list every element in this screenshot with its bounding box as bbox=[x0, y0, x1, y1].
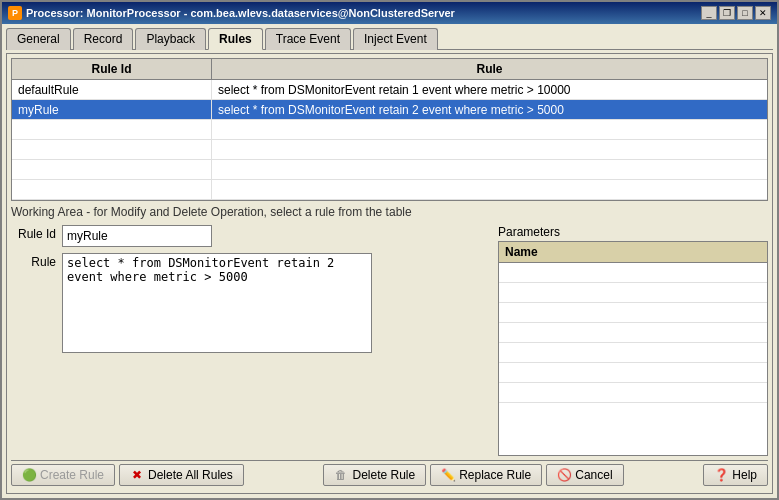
params-row bbox=[499, 343, 767, 363]
table-row[interactable] bbox=[12, 140, 767, 160]
rule-id-row: Rule Id bbox=[11, 225, 490, 247]
delete-rule-icon: 🗑 bbox=[334, 468, 348, 482]
tab-trace-event[interactable]: Trace Event bbox=[265, 28, 351, 50]
column-rule: Rule bbox=[212, 59, 767, 79]
rule-id-input[interactable] bbox=[62, 225, 212, 247]
title-bar: P Processor: MonitorProcessor - com.bea.… bbox=[2, 2, 777, 24]
tab-bar: General Record Playback Rules Trace Even… bbox=[6, 28, 773, 50]
table-row[interactable]: myRule select * from DSMonitorEvent reta… bbox=[12, 100, 767, 120]
cell-rule-id: defaultRule bbox=[12, 80, 212, 99]
tab-playback[interactable]: Playback bbox=[135, 28, 206, 50]
button-group-center: 🗑 Delete Rule ✏️ Replace Rule 🚫 Cancel bbox=[323, 464, 623, 486]
table-body: defaultRule select * from DSMonitorEvent… bbox=[12, 80, 767, 200]
params-row bbox=[499, 323, 767, 343]
params-column-name: Name bbox=[499, 242, 767, 263]
parameters-table: Name bbox=[498, 241, 768, 456]
cell-rule bbox=[212, 180, 767, 199]
help-icon: ❓ bbox=[714, 468, 728, 482]
rule-textarea[interactable]: select * from DSMonitorEvent retain 2 ev… bbox=[62, 253, 372, 353]
parameters-label: Parameters bbox=[498, 225, 768, 239]
minimize-button[interactable]: _ bbox=[701, 6, 717, 20]
create-rule-icon: 🟢 bbox=[22, 468, 36, 482]
tab-inject-event[interactable]: Inject Event bbox=[353, 28, 438, 50]
restore-button[interactable]: ❐ bbox=[719, 6, 735, 20]
app-icon: P bbox=[8, 6, 22, 20]
params-row bbox=[499, 363, 767, 383]
cancel-button[interactable]: 🚫 Cancel bbox=[546, 464, 623, 486]
tab-record[interactable]: Record bbox=[73, 28, 134, 50]
table-header: Rule Id Rule bbox=[12, 59, 767, 80]
column-rule-id: Rule Id bbox=[12, 59, 212, 79]
table-row[interactable] bbox=[12, 160, 767, 180]
params-row bbox=[499, 303, 767, 323]
button-group-left: 🟢 Create Rule ✖ Delete All Rules bbox=[11, 464, 244, 486]
button-bar: 🟢 Create Rule ✖ Delete All Rules 🗑 Delet… bbox=[11, 460, 768, 489]
cell-rule bbox=[212, 160, 767, 179]
cancel-icon: 🚫 bbox=[557, 468, 571, 482]
rule-id-label: Rule Id bbox=[11, 225, 56, 241]
tab-general[interactable]: General bbox=[6, 28, 71, 50]
delete-rule-button[interactable]: 🗑 Delete Rule bbox=[323, 464, 426, 486]
window-title: Processor: MonitorProcessor - com.bea.wl… bbox=[26, 7, 455, 19]
cell-rule-id bbox=[12, 140, 212, 159]
close-button[interactable]: ✕ bbox=[755, 6, 771, 20]
cell-rule-id bbox=[12, 120, 212, 139]
cell-rule-id bbox=[12, 180, 212, 199]
cell-rule: select * from DSMonitorEvent retain 2 ev… bbox=[212, 100, 767, 119]
maximize-button[interactable]: □ bbox=[737, 6, 753, 20]
replace-rule-button[interactable]: ✏️ Replace Rule bbox=[430, 464, 542, 486]
main-panel: Rule Id Rule defaultRule select * from D… bbox=[6, 53, 773, 494]
params-row bbox=[499, 383, 767, 403]
cell-rule-id: myRule bbox=[12, 100, 212, 119]
delete-all-rules-button[interactable]: ✖ Delete All Rules bbox=[119, 464, 244, 486]
parameters-section: Parameters Name bbox=[498, 225, 768, 456]
rules-table: Rule Id Rule defaultRule select * from D… bbox=[11, 58, 768, 201]
rule-label: Rule bbox=[11, 253, 56, 269]
form-section: Rule Id Rule select * from DSMonitorEven… bbox=[11, 225, 490, 456]
cell-rule-id bbox=[12, 160, 212, 179]
button-group-right: ❓ Help bbox=[703, 464, 768, 486]
table-row[interactable] bbox=[12, 120, 767, 140]
working-area: Working Area - for Modify and Delete Ope… bbox=[11, 205, 768, 456]
content-area: General Record Playback Rules Trace Even… bbox=[2, 24, 777, 498]
table-row[interactable]: defaultRule select * from DSMonitorEvent… bbox=[12, 80, 767, 100]
cell-rule: select * from DSMonitorEvent retain 1 ev… bbox=[212, 80, 767, 99]
help-button[interactable]: ❓ Help bbox=[703, 464, 768, 486]
delete-all-icon: ✖ bbox=[130, 468, 144, 482]
table-row[interactable] bbox=[12, 180, 767, 200]
cell-rule bbox=[212, 120, 767, 139]
cell-rule bbox=[212, 140, 767, 159]
replace-rule-icon: ✏️ bbox=[441, 468, 455, 482]
main-window: P Processor: MonitorProcessor - com.bea.… bbox=[0, 0, 779, 500]
working-bottom: Rule Id Rule select * from DSMonitorEven… bbox=[11, 225, 768, 456]
title-bar-left: P Processor: MonitorProcessor - com.bea.… bbox=[8, 6, 455, 20]
params-row bbox=[499, 283, 767, 303]
tab-rules[interactable]: Rules bbox=[208, 28, 263, 50]
window-controls: _ ❐ □ ✕ bbox=[701, 6, 771, 20]
create-rule-button[interactable]: 🟢 Create Rule bbox=[11, 464, 115, 486]
params-row bbox=[499, 263, 767, 283]
rule-row: Rule select * from DSMonitorEvent retain… bbox=[11, 253, 490, 353]
working-area-header: Working Area - for Modify and Delete Ope… bbox=[11, 205, 768, 219]
